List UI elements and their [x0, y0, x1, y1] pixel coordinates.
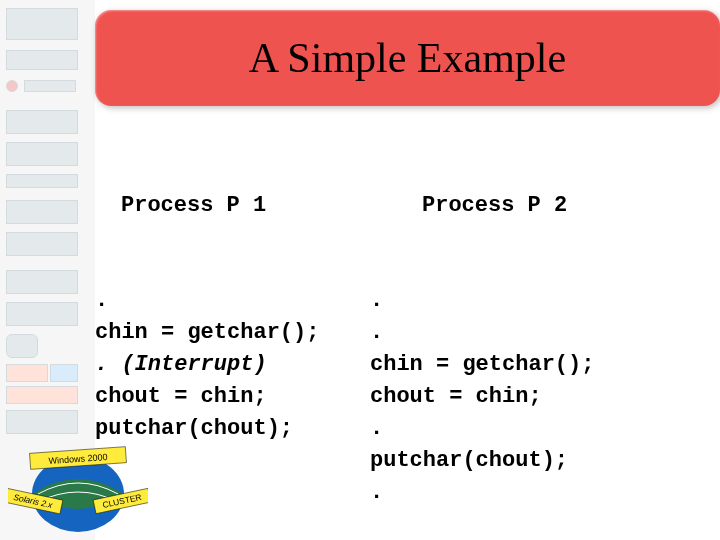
- code-row: .putchar(chout);: [95, 445, 715, 477]
- code-cell-p2: putchar(chout);: [370, 445, 568, 477]
- code-cell-p2: .: [370, 317, 383, 349]
- code-cell-p2: .: [370, 477, 383, 509]
- code-row: putchar(chout);.: [95, 413, 715, 445]
- header-p2: Process P 2: [396, 190, 567, 222]
- code-cell-p2: chin = getchar();: [370, 349, 594, 381]
- code-cell-p1: . (Interrupt): [95, 349, 370, 381]
- code-cell-p2: chout = chin;: [370, 381, 542, 413]
- code-cell-p2: .: [370, 413, 383, 445]
- title-bar: A Simple Example: [95, 10, 720, 106]
- code-header-row: Process P 1 Process P 2: [95, 190, 715, 222]
- code-row: chin = getchar();.: [95, 317, 715, 349]
- corner-logo: Windows 2000 Solaris 2.x CLUSTER: [8, 444, 148, 534]
- code-row: chout = chin;chout = chin;: [95, 381, 715, 413]
- code-row: ..: [95, 285, 715, 317]
- code-cell-p1: putchar(chout);: [95, 413, 370, 445]
- code-cell-p1: .: [95, 285, 370, 317]
- header-p1: Process P 1: [95, 190, 396, 222]
- code-row: . (Interrupt)chin = getchar();: [95, 349, 715, 381]
- code-cell-p1: chout = chin;: [95, 381, 370, 413]
- code-cell-p2: .: [370, 285, 383, 317]
- code-cell-p1: chin = getchar();: [95, 317, 370, 349]
- slide-title: A Simple Example: [249, 34, 566, 82]
- code-block: Process P 1 Process P 2 ..chin = getchar…: [95, 126, 715, 540]
- slide: A Simple Example Process P 1 Process P 2…: [0, 0, 720, 540]
- code-row: ..: [95, 477, 715, 509]
